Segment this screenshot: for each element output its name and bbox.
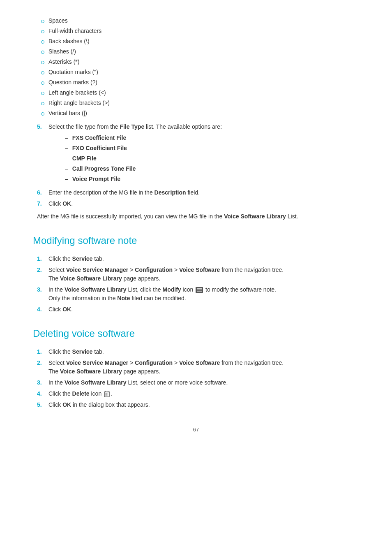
delete-step-1: 1. Click the Service tab. — [33, 348, 359, 356]
bold-text: Description — [154, 189, 186, 196]
bold-text: Voice Software Library — [65, 379, 127, 386]
step-number: 6. — [37, 188, 48, 197]
step-text: Click the Service tab. — [48, 255, 359, 263]
list-item-text: Question marks (?) — [48, 78, 97, 87]
bold-text: Voice Service Manager — [66, 266, 128, 273]
list-item: Spaces — [33, 16, 359, 25]
step-number: 3. — [37, 285, 48, 294]
list-item: Full-width characters — [33, 27, 359, 35]
list-item-text: Slashes (/) — [48, 47, 76, 56]
bullet-icon — [41, 51, 44, 54]
dash-item: –FXO Coefficient File — [65, 144, 359, 153]
bold-text: File Type — [120, 123, 145, 130]
step-text: In the Voice Software Library List, sele… — [48, 378, 359, 387]
list-item-text: Spaces — [48, 16, 68, 25]
bold-text: Voice Software Library — [65, 286, 127, 293]
list-item-text: Back slashes (\) — [48, 37, 90, 46]
delete-step-4: 4. Click the Delete icon . — [33, 389, 359, 398]
dash-icon: – — [65, 175, 68, 183]
bold-text: Configuration — [135, 359, 173, 366]
bold-text: Service — [72, 348, 93, 355]
step-number: 1. — [37, 255, 48, 263]
list-item: Question marks (?) — [33, 78, 359, 87]
dash-item: –Call Progress Tone File — [65, 165, 359, 173]
bold-text: Service — [72, 255, 93, 262]
modify-steps-list: 1. Click the Service tab. 2. Select Voic… — [33, 255, 359, 314]
bold-text: OK — [62, 306, 71, 313]
dash-icon: – — [65, 144, 68, 153]
step-number: 5. — [37, 123, 48, 131]
dash-list: –FXS Coefficient File –FXO Coefficient F… — [48, 134, 359, 183]
dash-item-text: Call Progress Tone File — [72, 165, 136, 173]
list-item-text: Right angle brackets (>) — [48, 99, 110, 107]
bold-text: Voice Software Library — [60, 275, 122, 282]
step-number: 7. — [37, 199, 48, 208]
dash-item-text: CMP File — [72, 154, 97, 163]
bold-text: Modify — [163, 286, 181, 293]
bold-text: Voice Software — [179, 359, 220, 366]
bullet-icon — [41, 71, 44, 74]
bold-text: Delete — [72, 390, 90, 397]
delete-step-5: 5. Click OK in the dialog box that appea… — [33, 401, 359, 409]
bold-text: Voice Software Library — [224, 213, 286, 220]
step-number: 4. — [37, 305, 48, 314]
modify-icon — [196, 287, 203, 293]
step-text: Click OK. — [48, 305, 359, 314]
sub-text: Only the information in the Note filed c… — [48, 295, 186, 301]
dash-icon: – — [65, 165, 68, 173]
list-item-text: Full-width characters — [48, 27, 101, 35]
list-item-text: Left angle brackets (<) — [48, 88, 106, 97]
steps-list: 5. Select the file type from the File Ty… — [33, 123, 359, 208]
step-number: 1. — [37, 348, 48, 356]
page: Spaces Full-width characters Back slashe… — [0, 0, 392, 533]
bullet-icon — [41, 102, 44, 105]
modify-step-4: 4. Click OK. — [33, 305, 359, 314]
after-import-text: After the MG file is successfully import… — [33, 212, 359, 221]
dash-icon: – — [65, 134, 68, 142]
step-text: Select Voice Service Manager > Configura… — [48, 359, 359, 376]
step-number: 5. — [37, 401, 48, 409]
step-number: 4. — [37, 389, 48, 398]
bold-text: OK — [62, 200, 71, 207]
dash-item-text: FXO Coefficient File — [72, 144, 127, 153]
modify-step-3: 3. In the Voice Software Library List, c… — [33, 285, 359, 303]
step-7: 7. Click OK. — [33, 199, 359, 208]
step-text: Click the Service tab. — [48, 348, 359, 356]
dash-item: –CMP File — [65, 154, 359, 163]
step-number: 3. — [37, 378, 48, 387]
list-item: Slashes (/) — [33, 47, 359, 56]
step-text: Click the Delete icon . — [48, 389, 359, 398]
sub-text: The Voice Software Library page appears. — [48, 368, 160, 375]
delete-step-3: 3. In the Voice Software Library List, s… — [33, 378, 359, 387]
list-item: Back slashes (\) — [33, 37, 359, 46]
svg-rect-6 — [106, 391, 108, 392]
list-item: Right angle brackets (>) — [33, 99, 359, 107]
list-item: Asterisks (*) — [33, 58, 359, 66]
bullet-icon — [41, 92, 44, 95]
section-title-modify: Modifying software note — [33, 233, 359, 248]
list-item: Left angle brackets (<) — [33, 88, 359, 97]
bullet-icon — [41, 61, 44, 64]
bold-text: OK — [62, 401, 71, 408]
modify-step-2: 2. Select Voice Service Manager > Config… — [33, 266, 359, 283]
bold-text: Configuration — [135, 266, 173, 273]
bullet-icon — [41, 30, 44, 33]
step-text: In the Voice Software Library List, clic… — [48, 285, 359, 303]
step-text: Select the file type from the File Type … — [48, 123, 359, 186]
bullet-icon — [41, 112, 44, 116]
modify-step-1: 1. Click the Service tab. — [33, 255, 359, 263]
bullet-icon — [41, 40, 44, 44]
step-number: 2. — [37, 359, 48, 367]
bullet-list: Spaces Full-width characters Back slashe… — [33, 16, 359, 118]
bold-text: Voice Service Manager — [66, 359, 128, 366]
dash-item: –Voice Prompt File — [65, 175, 359, 183]
page-number: 67 — [33, 426, 359, 434]
bold-text: Voice Software Library — [60, 368, 122, 375]
step-number: 2. — [37, 266, 48, 274]
step-text: Enter the description of the MG file in … — [48, 188, 359, 197]
step-6: 6. Enter the description of the MG file … — [33, 188, 359, 197]
step-text: Click OK in the dialog box that appears. — [48, 401, 359, 409]
dash-icon: – — [65, 154, 68, 163]
step-text: Click OK. — [48, 199, 359, 208]
delete-steps-list: 1. Click the Service tab. 2. Select Voic… — [33, 348, 359, 409]
